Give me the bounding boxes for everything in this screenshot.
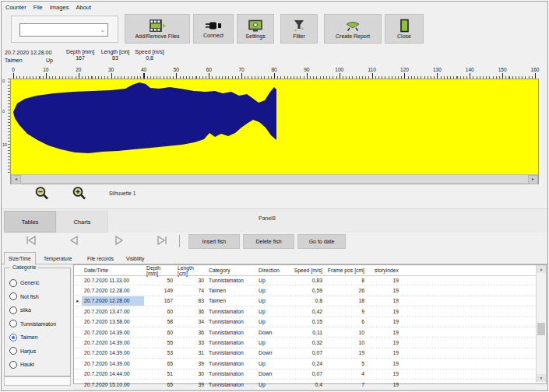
cell-speed[interactable]: 0,15 bbox=[287, 317, 325, 327]
cell-direction[interactable]: Down bbox=[256, 348, 287, 358]
header-direction[interactable]: Direction bbox=[256, 265, 287, 275]
cell-category[interactable]: Tunnistamaton bbox=[206, 348, 256, 358]
cell-storyindex[interactable]: 19 bbox=[367, 327, 401, 337]
cell-frame-pos[interactable]: 7 bbox=[325, 380, 367, 389]
header-length[interactable]: Length [cm] bbox=[175, 265, 206, 275]
header-date[interactable]: Date/Time bbox=[82, 265, 144, 275]
cell-category[interactable]: Tunnistamaton bbox=[206, 275, 256, 285]
cell-direction[interactable]: Up bbox=[256, 306, 287, 316]
cell-storyindex[interactable]: 19 bbox=[367, 285, 401, 295]
tab-charts[interactable]: Charts bbox=[56, 211, 108, 233]
category-radio-item[interactable]: Taimen bbox=[9, 331, 69, 345]
close-button[interactable]: Close bbox=[385, 14, 424, 44]
cell-speed[interactable]: 0,42 bbox=[287, 306, 325, 316]
cell-speed[interactable]: 0,4 bbox=[287, 380, 325, 389]
tab-visibility[interactable]: Visibility bbox=[122, 253, 148, 264]
radio-icon[interactable] bbox=[9, 334, 17, 341]
cell-speed[interactable]: 0,07 bbox=[287, 369, 325, 379]
cell-date[interactable]: 20.7.2020 14.44.00 bbox=[82, 369, 144, 379]
tab-tables[interactable]: Tables bbox=[4, 211, 56, 233]
settings-button[interactable]: Settings bbox=[237, 14, 274, 44]
cell-storyindex[interactable]: 19 bbox=[367, 348, 401, 358]
cell-direction[interactable]: Up bbox=[256, 296, 287, 306]
last-record-button[interactable] bbox=[154, 235, 170, 247]
cell-length[interactable]: 39 bbox=[175, 380, 206, 389]
cell-depth[interactable]: 50 bbox=[144, 275, 175, 285]
cell-frame-pos[interactable]: 5 bbox=[325, 359, 367, 368]
cell-date[interactable]: 20.7.2020 15.10.00 bbox=[82, 380, 144, 389]
scroll-down-icon[interactable]: ▼ bbox=[537, 374, 546, 382]
cell-category[interactable]: Tunnistamaton bbox=[206, 317, 256, 327]
radio-icon[interactable] bbox=[9, 361, 17, 369]
cell-storyindex[interactable]: 19 bbox=[367, 359, 401, 368]
cell-storyindex[interactable]: 19 bbox=[367, 380, 401, 389]
cell-storyindex[interactable]: 19 bbox=[367, 317, 401, 327]
menu-item[interactable]: File bbox=[32, 4, 48, 11]
cell-direction[interactable]: Up bbox=[256, 359, 287, 368]
table-row[interactable]: ▸ 20.7.2020 14.44.00 51 30 Tunnistamaton… bbox=[74, 369, 536, 380]
category-radio-item[interactable]: Hauki bbox=[9, 358, 69, 372]
cell-depth[interactable]: 55 bbox=[144, 338, 175, 347]
cell-frame-pos[interactable]: 4 bbox=[325, 369, 367, 379]
cell-depth[interactable]: 167 bbox=[144, 296, 175, 306]
cell-depth[interactable]: 65 bbox=[144, 359, 175, 368]
cell-length[interactable]: 30 bbox=[175, 369, 206, 379]
cell-direction[interactable]: Up bbox=[256, 285, 287, 295]
cell-category[interactable]: Taimen bbox=[206, 296, 256, 306]
connect-button[interactable]: Connect bbox=[193, 14, 234, 44]
cell-length[interactable]: 36 bbox=[175, 306, 206, 316]
file-combobox[interactable]: ⌄ bbox=[19, 23, 108, 37]
cell-category[interactable]: Tunnistamaton bbox=[206, 327, 256, 337]
tab-size-time[interactable]: Size/Time bbox=[4, 252, 36, 265]
zoom-in-button[interactable] bbox=[67, 185, 84, 201]
cell-speed[interactable]: 0,59 bbox=[287, 285, 325, 295]
cell-frame-pos[interactable]: 6 bbox=[325, 317, 367, 327]
tab-file-records[interactable]: File records bbox=[83, 253, 118, 264]
cell-frame-pos[interactable]: 26 bbox=[325, 285, 367, 295]
cell-depth[interactable]: 149 bbox=[144, 285, 175, 295]
radio-icon[interactable] bbox=[9, 347, 17, 355]
cell-storyindex[interactable]: 19 bbox=[367, 369, 401, 379]
cell-depth[interactable]: 58 bbox=[144, 317, 175, 327]
scroll-up-icon[interactable]: ▲ bbox=[537, 265, 546, 273]
cell-speed[interactable]: 0,8 bbox=[287, 296, 325, 306]
cell-date[interactable]: 20.7.2020 13.58.00 bbox=[82, 317, 144, 327]
first-record-button[interactable] bbox=[23, 235, 39, 247]
cell-storyindex[interactable]: 19 bbox=[367, 275, 401, 285]
cell-direction[interactable]: Down bbox=[256, 369, 287, 379]
delete-fish-button[interactable]: Delete fish bbox=[243, 234, 294, 249]
category-radio-item[interactable]: Generic bbox=[9, 276, 69, 290]
cell-length[interactable]: 34 bbox=[175, 317, 206, 327]
cell-storyindex[interactable]: 19 bbox=[367, 296, 401, 306]
cell-category[interactable]: Taimen bbox=[206, 285, 256, 295]
cell-direction[interactable]: Up bbox=[256, 380, 287, 389]
table-row[interactable]: ▸ 20.7.2020 13.47.00 60 36 Tunnistamaton… bbox=[74, 306, 536, 317]
cell-frame-pos[interactable]: 8 bbox=[325, 275, 367, 285]
cell-direction[interactable]: Up bbox=[256, 338, 287, 347]
cell-depth[interactable]: 60 bbox=[144, 327, 175, 337]
filter-button[interactable]: Filter bbox=[280, 14, 318, 44]
cell-direction[interactable]: Up bbox=[256, 317, 287, 327]
cell-category[interactable]: Tunnistamaton bbox=[206, 380, 256, 389]
cell-length[interactable]: 74 bbox=[175, 285, 206, 295]
menu-item[interactable]: Counter bbox=[4, 4, 32, 11]
table-row[interactable]: ▸ 20.7.2020 15.10.00 65 39 Tunnistamaton… bbox=[74, 380, 536, 390]
cell-frame-pos[interactable]: 9 bbox=[325, 306, 367, 316]
header-category[interactable]: Category bbox=[206, 265, 256, 275]
go-to-date-button[interactable]: Go to date bbox=[297, 234, 346, 249]
cell-speed[interactable]: 0,11 bbox=[287, 327, 325, 337]
cell-category[interactable]: Tunnistamaton bbox=[206, 338, 256, 347]
insert-fish-button[interactable]: Insert fish bbox=[188, 234, 240, 249]
cell-speed[interactable]: 0,32 bbox=[287, 338, 325, 347]
zoom-out-button[interactable] bbox=[30, 185, 47, 201]
category-radio-item[interactable]: Harjus bbox=[9, 345, 69, 359]
cell-speed[interactable]: 0,07 bbox=[287, 348, 325, 358]
cell-depth[interactable]: 53 bbox=[144, 348, 175, 358]
scrollbar-thumb[interactable] bbox=[537, 323, 545, 335]
cell-direction[interactable]: Down bbox=[256, 327, 287, 337]
cell-date[interactable]: 20.7.2020 14.39.00 bbox=[82, 359, 144, 368]
table-row[interactable]: ▸ 20.7.2020 12.28.00 167 83 Taimen Up 0,… bbox=[74, 296, 536, 306]
cell-depth[interactable]: 51 bbox=[144, 369, 175, 379]
radio-icon[interactable] bbox=[9, 320, 17, 327]
cell-date[interactable]: 20.7.2020 11.33.00 bbox=[82, 275, 144, 285]
